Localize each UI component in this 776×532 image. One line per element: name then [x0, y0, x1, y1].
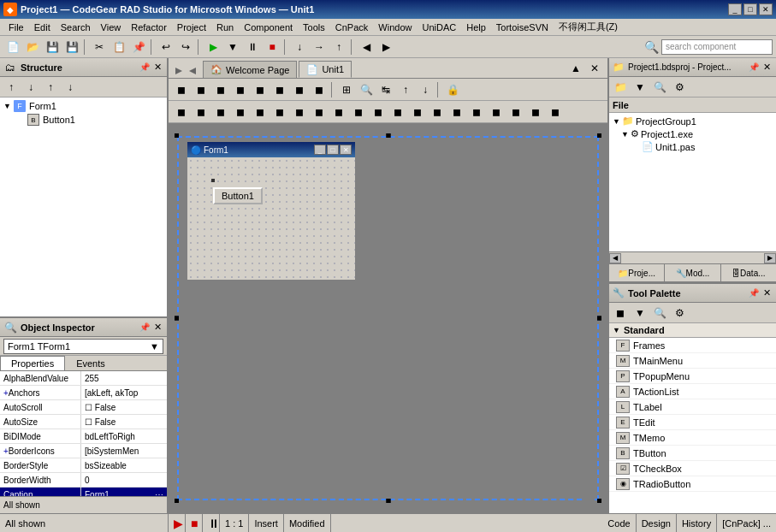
tree-item-form1[interactable]: ▼ F Form1	[2, 99, 165, 113]
sel-handle-tl[interactable]	[175, 133, 179, 138]
et2-btn1[interactable]: ◼	[172, 103, 191, 121]
menu-help[interactable]: Help	[461, 21, 491, 34]
tb-back[interactable]: ◀	[357, 38, 376, 56]
ptab-data[interactable]: 🗄 Data...	[721, 264, 776, 281]
menu-tools[interactable]: Tools	[298, 21, 330, 34]
prop-value-autosize[interactable]: ☐ False	[81, 415, 167, 429]
tp-tb4[interactable]: ⚙	[670, 304, 689, 322]
prop-value-autoscroll[interactable]: ☐ False	[81, 400, 167, 414]
et2-btn16[interactable]: ◼	[467, 103, 486, 121]
tb-open[interactable]: 📂	[23, 38, 42, 56]
et2-btn19[interactable]: ◼	[526, 103, 545, 121]
sel-handle-tm[interactable]	[386, 133, 390, 138]
tree-item-button1[interactable]: B Button1	[2, 113, 165, 127]
tb-stepover[interactable]: →	[310, 38, 329, 56]
editor-nav-up[interactable]: ▲	[566, 59, 585, 78]
oi-tab-properties[interactable]: Properties	[0, 356, 65, 370]
sel-handle-br[interactable]	[597, 499, 601, 503]
tb-run[interactable]: ▶	[204, 38, 222, 56]
st-btn2[interactable]: ↓	[21, 78, 40, 97]
st-btn1[interactable]: ↑	[2, 78, 21, 97]
tp-item-tbutton[interactable]: B TButton	[609, 446, 776, 461]
et-tab[interactable]: ↹	[376, 80, 395, 99]
form-min-btn[interactable]: _	[314, 145, 326, 155]
menu-unidac[interactable]: UniDAC	[417, 21, 461, 34]
run-icon[interactable]: ▶	[174, 517, 183, 530]
et2-btn6[interactable]: ◼	[270, 103, 289, 121]
et2-btn3[interactable]: ◼	[211, 103, 230, 121]
tb-new[interactable]: 📄	[3, 38, 22, 56]
pm-btn2[interactable]: ▼	[631, 78, 649, 97]
et-align-right[interactable]: ◼	[211, 80, 230, 99]
oi-component-dropdown[interactable]: Form1 TForm1 ▼	[3, 339, 163, 354]
status-tab-history[interactable]: History	[677, 514, 717, 532]
tb-pause[interactable]: ⏸	[243, 38, 262, 56]
form-close-btn[interactable]: ✕	[340, 145, 352, 155]
pm-btn1[interactable]: 📁	[611, 78, 630, 97]
oi-close[interactable]: ✕	[151, 322, 163, 334]
tb-stepinto[interactable]: ↓	[290, 38, 309, 56]
et2-btn4[interactable]: ◼	[231, 103, 250, 121]
et-align-center[interactable]: ◼	[192, 80, 210, 99]
et2-btn13[interactable]: ◼	[408, 103, 427, 121]
structure-pin[interactable]: 📌	[139, 62, 150, 72]
hscroll-left[interactable]: ◀	[609, 253, 621, 263]
sel-handle-mr[interactable]	[597, 316, 601, 321]
sel-handle-tr[interactable]	[597, 133, 601, 138]
tp-section-standard[interactable]: ▼ Standard	[609, 323, 776, 338]
et2-btn2[interactable]: ◼	[192, 103, 210, 121]
form1-expand[interactable]: ▼	[3, 102, 14, 110]
search-component-box[interactable]: search component	[661, 39, 773, 55]
et2-btn7[interactable]: ◼	[290, 103, 309, 121]
ptab-mod[interactable]: 🔧 Mod...	[665, 264, 720, 281]
et-align-top[interactable]: ◼	[231, 80, 250, 99]
status-tab-code[interactable]: Code	[602, 514, 636, 532]
menu-tortoise[interactable]: TortoiseSVN	[491, 21, 554, 34]
prop-row-borderwidth[interactable]: BorderWidth 0	[0, 473, 167, 488]
editor-nav-down[interactable]: ✕	[585, 59, 604, 78]
tb-redo[interactable]: ↪	[176, 38, 195, 56]
menu-search[interactable]: Search	[56, 21, 96, 34]
et-size2[interactable]: ◼	[310, 80, 329, 99]
et2-btn12[interactable]: ◼	[388, 103, 407, 121]
tab-unit1[interactable]: 📄 Unit1	[299, 61, 352, 78]
prop-row-borderstyle[interactable]: BorderStyle bsSizeable	[0, 458, 167, 473]
tp-tb3[interactable]: 🔍	[650, 304, 669, 322]
tb-cut[interactable]: ✂	[90, 38, 109, 56]
et-order2[interactable]: ↓	[416, 80, 435, 99]
menu-run[interactable]: Run	[211, 21, 239, 34]
tp-tb2[interactable]: ▼	[631, 304, 649, 322]
design-resize-handle[interactable]	[584, 490, 595, 500]
menu-component[interactable]: Component	[239, 21, 298, 34]
ptree-unit1pas[interactable]: 📄 Unit1.pas	[611, 140, 774, 153]
tb-save[interactable]: 💾	[43, 38, 62, 56]
et2-btn20[interactable]: ◼	[546, 103, 565, 121]
et2-btn10[interactable]: ◼	[349, 103, 368, 121]
tp-pin[interactable]: 📌	[749, 288, 759, 298]
prop-value-anchors[interactable]: [akLeft, akTop	[81, 386, 167, 399]
tp-item-tcheckbox[interactable]: ☑ TCheckBox	[609, 461, 776, 476]
tp-tb1[interactable]: ◼	[611, 304, 630, 322]
menu-file[interactable]: File	[3, 21, 29, 34]
et2-btn9[interactable]: ◼	[329, 103, 348, 121]
sel-handle-bm[interactable]	[386, 499, 390, 503]
st-btn3[interactable]: ↑	[41, 78, 60, 97]
oi-pin[interactable]: 📌	[139, 322, 150, 332]
menu-refactor[interactable]: Refactor	[126, 21, 172, 34]
status-tab-design[interactable]: Design	[637, 514, 677, 532]
menu-tools2[interactable]: 不得闲工具(Z)	[554, 19, 623, 35]
et2-btn8[interactable]: ◼	[310, 103, 329, 121]
tb-undo[interactable]: ↩	[157, 38, 175, 56]
prop-value-alphablend[interactable]: 255	[81, 371, 167, 385]
tp-item-tmemo[interactable]: M TMemo	[609, 430, 776, 446]
prop-value-bidimode[interactable]: bdLeftToRigh	[81, 429, 167, 443]
tp-item-tmainmenu[interactable]: M TMainMenu	[609, 353, 776, 369]
menu-edit[interactable]: Edit	[29, 21, 56, 34]
et-distribute[interactable]: ◼	[270, 80, 289, 99]
tp-item-tradiobutton[interactable]: ◉ TRadioButton	[609, 476, 776, 492]
form-button[interactable]: Button1	[213, 187, 263, 204]
status-tab-cnpack[interactable]: [CnPack] ...	[717, 514, 776, 532]
ptab-proje[interactable]: 📁 Proje...	[609, 264, 665, 281]
prop-value-borderwidth[interactable]: 0	[81, 473, 167, 487]
ptree-project1exe[interactable]: ▼ ⚙ Project1.exe	[611, 127, 774, 140]
